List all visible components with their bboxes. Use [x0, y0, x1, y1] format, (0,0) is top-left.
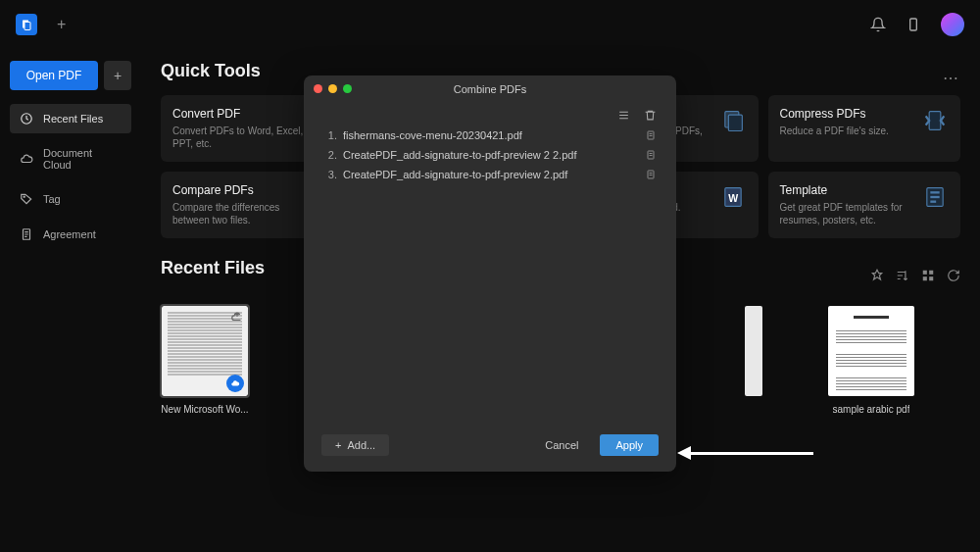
file-name: CreatePDF_add-signature-to-pdf-preview 2… [343, 169, 567, 180]
file-name: fishermans-cove-menu-20230421.pdf [343, 129, 522, 141]
file-thumb [745, 306, 762, 396]
file-row[interactable]: 1. fishermans-cove-menu-20230421.pdf [323, 125, 657, 145]
bell-icon[interactable] [870, 17, 886, 32]
sort-icon[interactable] [896, 269, 909, 282]
new-tab-button[interactable]: + [57, 16, 66, 33]
recent-files-title: Recent Files [161, 258, 265, 278]
sidebar-item-label: Agreement [43, 228, 96, 240]
file-thumb [162, 306, 248, 396]
pin-icon[interactable] [870, 269, 884, 282]
svg-rect-16 [930, 196, 939, 198]
app-logo[interactable] [16, 14, 37, 35]
sidebar-item-cloud[interactable]: Document Cloud [10, 139, 131, 178]
minimize-icon[interactable] [328, 84, 337, 93]
tag-icon [20, 192, 33, 206]
dialog-title: Combine PDFs [454, 83, 527, 95]
sidebar-item-recent[interactable]: Recent Files [10, 104, 131, 133]
close-icon[interactable] [314, 84, 322, 93]
tool-compress[interactable]: Compress PDFs Reduce a PDF file's size. [768, 95, 961, 162]
svg-rect-18 [923, 270, 927, 274]
page-icon[interactable] [645, 149, 657, 161]
recent-file-item[interactable]: New Microsoft Wo... [161, 306, 249, 415]
combine-pdfs-dialog: Combine PDFs 1. fishermans-cove-menu-202… [304, 75, 676, 472]
svg-rect-2 [910, 19, 917, 30]
open-pdf-button[interactable]: Open PDF [10, 61, 98, 90]
pdf-icon [719, 107, 747, 134]
recent-file-item[interactable] [710, 306, 798, 415]
cloud-badge-icon [226, 375, 244, 392]
trash-icon[interactable] [644, 109, 657, 122]
file-label: New Microsoft Wo... [161, 404, 248, 415]
phone-icon[interactable] [906, 17, 921, 32]
clock-icon [20, 112, 33, 125]
page-icon[interactable] [645, 129, 657, 141]
sidebar-item-agreement[interactable]: Agreement [10, 220, 131, 249]
file-row[interactable]: 2. CreatePDF_add-signature-to-pdf-previe… [323, 145, 657, 165]
list-icon[interactable] [617, 109, 630, 122]
svg-rect-19 [929, 270, 933, 274]
quick-tools-title: Quick Tools [161, 61, 261, 81]
plus-icon: + [335, 439, 341, 451]
svg-rect-9 [929, 112, 941, 130]
tool-template[interactable]: Template Get great PDF templates for res… [768, 172, 961, 238]
svg-rect-15 [930, 191, 939, 193]
svg-rect-17 [930, 201, 936, 203]
doc-icon [20, 227, 33, 241]
compress-icon [921, 107, 949, 134]
sidebar-item-label: Recent Files [43, 113, 103, 125]
cancel-button[interactable]: Cancel [533, 434, 590, 456]
file-row[interactable]: 3. CreatePDF_add-signature-to-pdf-previe… [323, 165, 657, 184]
svg-rect-20 [923, 276, 927, 280]
svg-rect-1 [24, 23, 30, 30]
word-icon: W [719, 183, 747, 211]
sidebar-item-label: Tag [43, 193, 61, 205]
add-button[interactable]: + Add... [321, 434, 389, 456]
file-label: sample arabic pdf [833, 404, 910, 415]
file-thumb [828, 306, 914, 396]
open-pdf-plus[interactable]: + [104, 61, 131, 90]
template-icon [921, 183, 949, 211]
sidebar-item-label: Document Cloud [43, 147, 122, 171]
maximize-icon[interactable] [343, 84, 352, 93]
avatar[interactable] [941, 13, 964, 36]
recent-file-item[interactable]: sample arabic pdf [827, 306, 915, 415]
sidebar-item-tag[interactable]: Tag [10, 184, 131, 214]
apply-button[interactable]: Apply [600, 434, 659, 456]
svg-rect-21 [929, 276, 933, 280]
svg-text:W: W [728, 192, 738, 204]
refresh-icon[interactable] [947, 269, 960, 282]
dialog-titlebar[interactable]: Combine PDFs [304, 75, 676, 103]
file-list: 1. fishermans-cove-menu-20230421.pdf 2. … [304, 125, 676, 423]
svg-rect-8 [728, 115, 742, 130]
svg-point-4 [24, 196, 24, 197]
annotation-arrow [677, 446, 813, 460]
upload-icon [230, 310, 244, 324]
cloud-icon [20, 152, 33, 166]
titlebar: + [0, 0, 980, 49]
tools-more-icon[interactable]: ⋯ [943, 69, 960, 87]
file-name: CreatePDF_add-signature-to-pdf-preview 2… [343, 149, 576, 161]
grid-icon[interactable] [921, 269, 935, 282]
sidebar: Open PDF + Recent Files Document Cloud T… [0, 49, 141, 552]
page-icon[interactable] [645, 169, 657, 180]
